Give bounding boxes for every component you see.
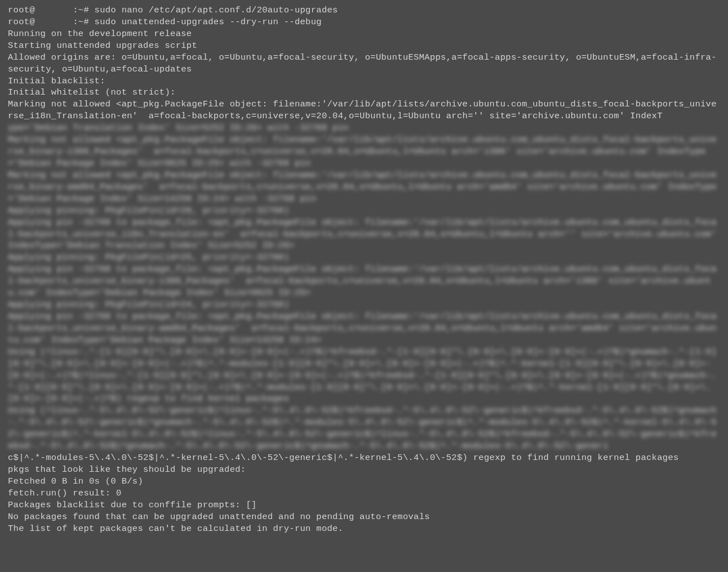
output-line: Initial whitelist (not strict): — [8, 87, 720, 99]
output-line: No packages found that can be upgraded u… — [8, 511, 720, 523]
output-line: Allowed origins are: o=Ubuntu,a=focal, o… — [8, 52, 720, 75]
output-line: fetch.run() result: 0 — [8, 488, 720, 499]
output-line: c$|^.*-modules-5\.4\.0\-52$|^.*-kernel-5… — [8, 452, 720, 464]
blurred-output-section: ype='Debian Translation Index' Size=5252… — [8, 122, 720, 452]
output-line: Running on the development release — [8, 28, 720, 40]
output-line: Initial blacklist: — [8, 75, 720, 87]
output-line: Packages blacklist due to conffile promp… — [8, 499, 720, 511]
shell-prompt-line[interactable]: root@ :~# sudo unattended-upgrades --dry… — [8, 16, 720, 28]
output-line: Fetched 0 B in 0s (0 B/s) — [8, 476, 720, 488]
output-line: pkgs that look like they should be upgra… — [8, 464, 720, 476]
output-line: Marking not allowed <apt_pkg.PackageFile… — [8, 99, 720, 122]
output-line: The list of kept packages can't be calcu… — [8, 523, 720, 535]
shell-prompt-line[interactable]: root@ :~# sudo nano /etc/apt/apt.conf.d/… — [8, 5, 720, 16]
output-line: Starting unattended upgrades script — [8, 40, 720, 52]
